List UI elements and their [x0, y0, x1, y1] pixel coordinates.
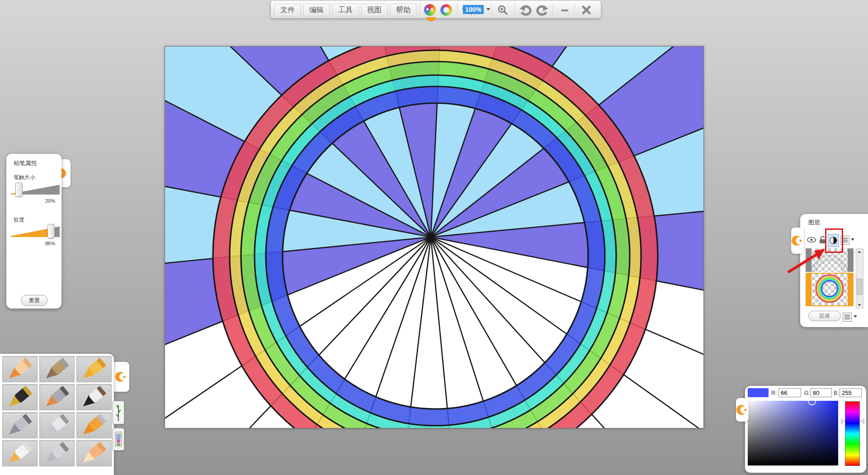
brush-size-slider[interactable]: [9, 185, 57, 195]
paint-jar-icon: [3, 441, 37, 466]
selected-layer-frame-bar: [806, 274, 811, 305]
drawing-canvas[interactable]: [165, 46, 704, 428]
brush-category-nature-button[interactable]: [113, 401, 124, 424]
redo-button[interactable]: [535, 4, 550, 16]
red-input[interactable]: [778, 388, 801, 397]
palette-knife-icon: [40, 413, 74, 437]
brush-tool-ink-brush[interactable]: [76, 384, 112, 410]
current-color-swatch: [748, 388, 769, 397]
spatula-icon: [40, 441, 74, 466]
zoom-level-display[interactable]: 100%: [463, 5, 484, 14]
scroll-down-button[interactable]: [856, 302, 862, 308]
psykopaint-crescent-icon: [792, 234, 803, 247]
psykopaint-face-logo-icon[interactable]: [423, 4, 437, 16]
brush-size-slider-handle[interactable]: [15, 182, 23, 197]
brush-tool-fountain-pen[interactable]: [2, 384, 38, 410]
close-icon: [581, 5, 592, 15]
layer-frame-bar: [806, 248, 811, 272]
menu-tools[interactable]: 工具: [332, 4, 359, 16]
paint-roller-icon: [77, 413, 111, 437]
brush-category-picture-button[interactable]: [113, 428, 124, 451]
eraser-icon: [77, 441, 111, 466]
scroll-up-button[interactable]: [856, 249, 862, 255]
pencil-panel-title: 铅笔属性: [14, 159, 37, 167]
toolbar-separator: [491, 3, 491, 16]
zoom-level-dropdown-caret[interactable]: [486, 8, 490, 10]
menu-file[interactable]: 文件: [274, 4, 301, 16]
menu-view[interactable]: 视图: [361, 4, 387, 16]
brush-tool-paint-roller[interactable]: [76, 412, 112, 438]
minimize-icon: [560, 5, 570, 15]
menu-lines-icon: [844, 315, 850, 319]
redo-icon: [536, 4, 549, 16]
softness-label: 软度: [14, 216, 24, 224]
layers-panel: 图层: [800, 214, 868, 327]
layers-menu-caret[interactable]: [854, 315, 857, 318]
logo-chin-ornament: [426, 17, 436, 21]
green-input[interactable]: [811, 388, 832, 397]
layer-thumbnail-selected[interactable]: [806, 273, 854, 306]
brush-tool-spatula[interactable]: [39, 440, 75, 466]
brush-tool-airbrush[interactable]: [2, 412, 38, 438]
color-panel-drag-tab[interactable]: [736, 398, 749, 422]
hue-marker-right[interactable]: [860, 418, 864, 424]
crayon-icon: [77, 357, 111, 381]
application-window: 文件 编辑 工具 视图 帮助 100%: [0, 0, 868, 475]
menu-edit[interactable]: 编辑: [303, 4, 330, 16]
brush-tool-wooden-stylus[interactable]: [39, 356, 75, 382]
blue-input[interactable]: [840, 388, 862, 397]
toolbar-separator: [553, 3, 553, 16]
undo-icon: [519, 4, 532, 16]
layer-visibility-button[interactable]: [807, 236, 816, 244]
reset-button[interactable]: 重置: [21, 295, 47, 306]
sharpened-pencil-icon: [3, 357, 37, 381]
color-cursor[interactable]: [808, 401, 816, 405]
pencil-properties-panel: 铅笔属性 笔触大小 20% 软度 86% 重置: [6, 154, 61, 309]
saturation-value-gradient[interactable]: [748, 401, 838, 466]
zoom-in-icon: [497, 5, 508, 15]
layer-frame-bar: [848, 248, 854, 272]
red-label: R:: [771, 390, 777, 396]
softness-slider-handle[interactable]: [47, 224, 55, 238]
toolbar-separator: [457, 3, 458, 16]
layers-panel-drag-tab[interactable]: [791, 228, 804, 254]
softness-slider[interactable]: [9, 226, 57, 237]
brush-palette-panel: [0, 354, 114, 475]
wooden-stylus-icon: [40, 357, 74, 381]
new-layer-button[interactable]: 新建: [808, 311, 841, 321]
brush-tool-grid: [2, 356, 112, 466]
brush-panel-drag-tab[interactable]: [112, 362, 129, 392]
brush-tool-sharpened-pencil[interactable]: [2, 356, 38, 382]
fountain-pen-icon: [3, 385, 37, 409]
mini-painting-icon: [115, 430, 122, 448]
brush-tool-palette-knife[interactable]: [39, 412, 75, 438]
selected-layer-frame-bar: [848, 274, 854, 305]
brush-tool-eraser[interactable]: [76, 440, 112, 466]
layers-scrollbar[interactable]: [856, 248, 863, 309]
blue-label: B:: [834, 390, 839, 396]
hue-marker-left[interactable]: [841, 418, 845, 424]
brush-tool-paint-jar[interactable]: [2, 440, 38, 466]
airbrush-icon: [3, 413, 37, 437]
rainbow-circle-preview: [806, 274, 854, 304]
hue-bar[interactable]: [845, 401, 860, 466]
undo-button[interactable]: [518, 4, 533, 16]
layers-menu-button[interactable]: [843, 313, 852, 322]
plant-sprig-icon: [115, 403, 122, 422]
zoom-in-button[interactable]: [495, 4, 510, 16]
brush-size-label: 笔触大小: [14, 174, 35, 181]
brush-tool-flat-brush[interactable]: [39, 384, 75, 410]
rainbow-wheel-artwork: [165, 47, 703, 428]
caret-up-icon: [858, 251, 861, 253]
scrollbar-thumb[interactable]: [857, 279, 863, 295]
psykopaint-ring-logo-icon[interactable]: [439, 4, 453, 16]
minimize-button[interactable]: [557, 4, 572, 16]
toolbar-separator: [575, 3, 575, 16]
brush-tool-crayon[interactable]: [76, 356, 112, 382]
flat-brush-icon: [40, 385, 74, 409]
softness-value: 86%: [45, 241, 55, 246]
brush-size-value: 20%: [45, 198, 55, 204]
close-button[interactable]: [579, 4, 594, 16]
menu-help[interactable]: 帮助: [390, 4, 416, 16]
layer-options-caret[interactable]: [851, 238, 854, 241]
